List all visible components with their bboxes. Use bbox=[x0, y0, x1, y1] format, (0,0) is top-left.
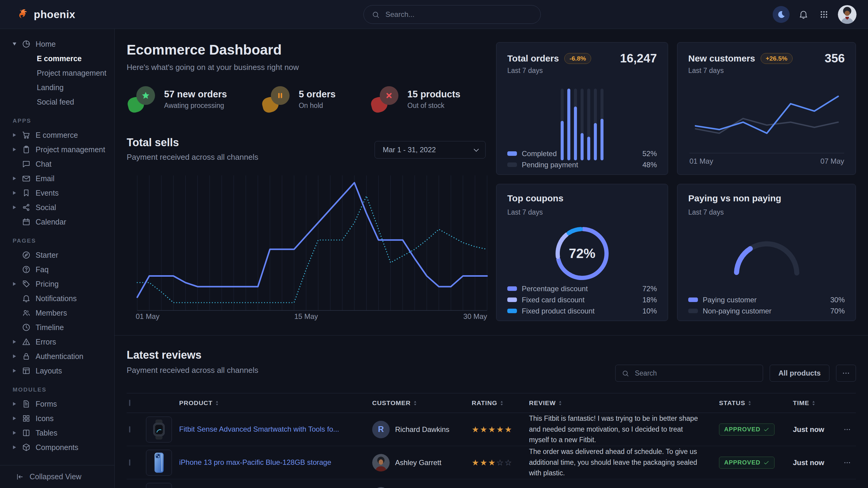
mail-icon bbox=[22, 174, 31, 183]
customer-avatar bbox=[372, 487, 390, 488]
theme-toggle-button[interactable] bbox=[773, 6, 789, 23]
customer-avatar bbox=[372, 454, 390, 471]
sidebar-item-label: Timeline bbox=[36, 323, 64, 332]
sidebar-item-starter[interactable]: Starter bbox=[0, 248, 114, 262]
notifications-button[interactable] bbox=[797, 8, 810, 21]
sidebar-item-authentication[interactable]: Authentication bbox=[0, 349, 114, 363]
sidebar-item-project-management[interactable]: Project management bbox=[0, 142, 114, 157]
legend-value: 30% bbox=[830, 296, 845, 304]
sidebar-item-forms[interactable]: Forms bbox=[0, 397, 114, 411]
compass-icon bbox=[22, 251, 31, 260]
sidebar-item-notifications[interactable]: Notifications bbox=[0, 291, 114, 306]
legend-label: Fixed card discount bbox=[522, 296, 638, 304]
reviews-table: PRODUCTCUSTOMERRATINGREVIEWSTATUSTIMEFit… bbox=[127, 393, 856, 488]
row-checkbox[interactable] bbox=[129, 459, 130, 466]
caret-right-icon bbox=[12, 369, 17, 372]
column-header-status[interactable]: STATUS bbox=[719, 399, 793, 406]
product-link[interactable]: Fitbit Sense Advanced Smartwatch with To… bbox=[179, 425, 353, 433]
legend-value: 70% bbox=[830, 307, 845, 315]
legend-row-fixed-card-discount: Fixed card discount18% bbox=[507, 294, 657, 305]
legend-row-completed: Completed52% bbox=[507, 148, 657, 159]
donut-center-label: 72% bbox=[569, 246, 595, 261]
collapsed-view-toggle[interactable]: Collapsed View bbox=[0, 465, 114, 488]
customer-name: Richard Dawkins bbox=[395, 425, 450, 434]
ellipsis-icon bbox=[842, 369, 850, 378]
sidebar-item-label: Email bbox=[36, 174, 55, 183]
column-header-review[interactable]: REVIEW bbox=[529, 399, 719, 406]
sidebar-item-timeline[interactable]: Timeline bbox=[0, 320, 114, 334]
moon-icon bbox=[777, 10, 786, 19]
row-menu-button[interactable] bbox=[838, 459, 856, 466]
sidebar-item-e-commerce[interactable]: E commerce bbox=[0, 128, 114, 142]
time-cell: Just now bbox=[793, 425, 838, 434]
reviews-search bbox=[615, 365, 763, 382]
sidebar-item-label: Pricing bbox=[36, 280, 59, 289]
column-header-customer[interactable]: CUSTOMER bbox=[372, 399, 472, 406]
clipboard-icon bbox=[22, 145, 31, 154]
sort-icon bbox=[559, 400, 562, 406]
brand[interactable]: phoenix bbox=[16, 0, 75, 29]
reviews-search-input[interactable] bbox=[616, 365, 763, 381]
user-avatar[interactable] bbox=[838, 5, 857, 24]
reviews-more-button[interactable] bbox=[836, 365, 856, 382]
sidebar-subitem-project-management[interactable]: Project management bbox=[0, 66, 114, 80]
column-header-rating[interactable]: RATING bbox=[472, 399, 529, 406]
sidebar-item-events[interactable]: Events bbox=[0, 186, 114, 200]
sidebar-item-label: Tables bbox=[36, 429, 57, 437]
sidebar-item-pricing[interactable]: Pricing bbox=[0, 277, 114, 291]
sidebar-item-errors[interactable]: Errors bbox=[0, 334, 114, 349]
sidebar-item-layouts[interactable]: Layouts bbox=[0, 363, 114, 378]
legend-label: Percentage discount bbox=[522, 285, 638, 293]
top-navbar: phoenix bbox=[0, 0, 868, 29]
sidebar-item-label: E commerce bbox=[36, 131, 78, 139]
sidebar-item-tables[interactable]: Tables bbox=[0, 426, 114, 440]
sidebar-section-label: APPS bbox=[0, 118, 114, 124]
legend-value: 18% bbox=[642, 296, 657, 304]
sidebar-item-social[interactable]: Social bbox=[0, 200, 114, 215]
column-header-product[interactable]: PRODUCT bbox=[179, 399, 372, 406]
sidebar-item-email[interactable]: Email bbox=[0, 171, 114, 186]
caret-right-icon bbox=[12, 148, 17, 151]
select-all-checkbox[interactable] bbox=[129, 400, 130, 406]
tag-icon bbox=[22, 280, 31, 289]
sidebar-item-calendar[interactable]: Calendar bbox=[0, 215, 114, 229]
svg-text:30 May: 30 May bbox=[463, 312, 487, 320]
row-checkbox[interactable] bbox=[129, 426, 130, 432]
stat-value: 15 products bbox=[407, 89, 461, 100]
brand-name: phoenix bbox=[34, 8, 75, 21]
sidebar-subitem-landing[interactable]: Landing bbox=[0, 80, 114, 95]
sidebar-subitem-e-commerce[interactable]: E commerce bbox=[0, 51, 114, 66]
paying-card: Paying vs non paying Last 7 days Paying … bbox=[677, 184, 856, 321]
legend-label: Completed bbox=[522, 150, 638, 158]
sidebar-item-label: Components bbox=[36, 443, 79, 452]
caret-down-icon bbox=[12, 42, 17, 45]
sidebar-item-label: Events bbox=[36, 189, 59, 197]
status-badge: APPROVED bbox=[719, 423, 775, 435]
legend-swatch bbox=[688, 308, 698, 313]
sort-icon bbox=[413, 400, 417, 406]
date-range-value: Mar 1 - 31, 2022 bbox=[383, 145, 436, 154]
sidebar-item-components[interactable]: Components bbox=[0, 440, 114, 455]
sidebar-item-faq[interactable]: Faq bbox=[0, 262, 114, 277]
legend-label: Non-paying customer bbox=[703, 307, 826, 315]
sidebar-item-chat[interactable]: Chat bbox=[0, 157, 114, 171]
global-search-input[interactable] bbox=[364, 5, 540, 24]
table-row: Fitbit Sense Advanced Smartwatch with To… bbox=[127, 413, 856, 446]
card-title: Top coupons bbox=[507, 193, 563, 203]
date-range-select[interactable]: Mar 1 - 31, 2022 bbox=[375, 141, 486, 159]
new-customers-line-chart: 01 May07 May bbox=[677, 73, 856, 173]
product-thumbnail bbox=[146, 483, 172, 488]
sidebar-subitem-social-feed[interactable]: Social feed bbox=[0, 95, 114, 109]
column-header-time[interactable]: TIME bbox=[793, 399, 838, 406]
total-orders-card: Total orders -6.8% 16,247 Last 7 days Co… bbox=[496, 42, 668, 175]
sidebar-item-icons[interactable]: Icons bbox=[0, 411, 114, 426]
sidebar-item-home[interactable]: Home bbox=[0, 37, 114, 51]
stat-label: Out of stock bbox=[407, 102, 461, 110]
row-menu-button[interactable] bbox=[838, 426, 856, 433]
caret-right-icon bbox=[12, 205, 17, 209]
product-link[interactable]: iPhone 13 pro max-Pacific Blue-128GB sto… bbox=[179, 458, 345, 466]
new-customers-card: New customers +26.5% 356 Last 7 days 01 … bbox=[677, 42, 856, 175]
apps-menu-button[interactable] bbox=[817, 8, 831, 21]
sidebar-item-members[interactable]: Members bbox=[0, 306, 114, 320]
all-products-button[interactable]: All products bbox=[770, 365, 829, 382]
